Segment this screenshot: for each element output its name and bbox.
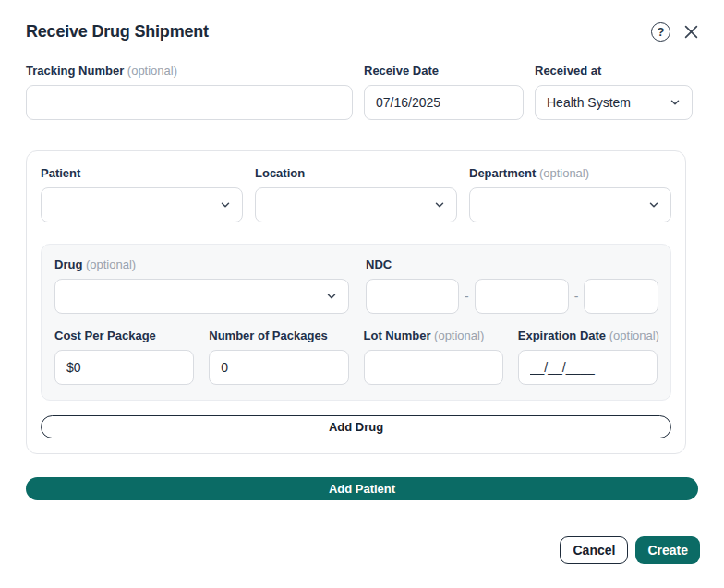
ndc-segment2-input[interactable]	[475, 279, 569, 314]
cost-per-package-input[interactable]	[54, 350, 194, 385]
number-of-packages-field-group: Number of Packages	[209, 329, 348, 385]
header-icons: ?	[651, 22, 698, 42]
expiration-date-optional: (optional)	[609, 329, 659, 342]
ndc-separator: -	[574, 289, 579, 304]
patient-field-group: Patient	[41, 166, 243, 222]
expiration-date-label: Expiration Date (optional)	[518, 329, 658, 342]
dialog-header: Receive Drug Shipment ?	[26, 22, 698, 42]
ndc-separator: -	[465, 289, 469, 304]
chevron-down-icon	[220, 199, 231, 210]
chevron-down-icon	[326, 291, 337, 302]
ndc-field-group: NDC - -	[366, 258, 658, 314]
received-at-label: Received at	[535, 64, 693, 78]
lot-number-optional: (optional)	[434, 329, 484, 342]
help-glyph: ?	[651, 22, 670, 42]
chevron-down-icon	[648, 199, 659, 210]
lot-number-label: Lot Number (optional)	[364, 329, 503, 342]
tracking-number-input[interactable]	[26, 85, 353, 120]
department-field-group: Department (optional)	[469, 166, 671, 222]
department-select[interactable]	[469, 187, 671, 222]
receive-date-field-group: Receive Date	[364, 64, 524, 120]
patient-location-row: Patient Location	[41, 166, 671, 222]
create-button[interactable]: Create	[635, 536, 700, 564]
cost-row: Cost Per Package Number of Packages Lot …	[54, 329, 658, 385]
tracking-number-optional: (optional)	[127, 64, 177, 78]
dialog-footer: Cancel Create	[560, 536, 700, 564]
add-drug-button[interactable]: Add Drug	[41, 415, 671, 438]
ndc-inputs: - -	[366, 279, 658, 314]
expiration-date-field-group: Expiration Date (optional)	[518, 329, 658, 385]
receive-drug-shipment-dialog: Receive Drug Shipment ? Tracking Number …	[0, 0, 724, 588]
patient-label: Patient	[41, 166, 243, 180]
location-select[interactable]	[255, 187, 457, 222]
patient-card: Patient Location	[26, 150, 686, 454]
receive-date-label: Receive Date	[364, 64, 524, 78]
shipment-info-row: Tracking Number (optional) Receive Date …	[26, 64, 693, 120]
lot-number-input[interactable]	[364, 350, 503, 385]
receive-date-input[interactable]	[364, 85, 524, 120]
location-label: Location	[255, 166, 457, 180]
cost-per-package-label: Cost Per Package	[54, 329, 194, 342]
drug-label: Drug (optional)	[54, 258, 349, 271]
received-at-value: Health System	[547, 95, 631, 110]
add-patient-button[interactable]: Add Patient	[26, 477, 698, 500]
number-of-packages-input[interactable]	[209, 350, 348, 385]
tracking-number-label: Tracking Number (optional)	[26, 64, 353, 78]
expiration-date-input[interactable]	[518, 350, 658, 385]
drug-field-group: Drug (optional)	[54, 258, 349, 314]
close-x-glyph	[684, 25, 698, 39]
chevron-down-icon	[670, 97, 681, 108]
drug-select[interactable]	[54, 279, 349, 314]
close-icon[interactable]	[684, 25, 698, 39]
tracking-number-field-group: Tracking Number (optional)	[26, 64, 353, 120]
department-optional: (optional)	[539, 166, 589, 180]
lot-number-field-group: Lot Number (optional)	[364, 329, 503, 385]
ndc-segment3-input[interactable]	[584, 279, 658, 314]
drug-optional: (optional)	[86, 258, 136, 271]
department-label: Department (optional)	[469, 166, 671, 180]
help-icon[interactable]: ?	[651, 22, 670, 42]
number-of-packages-label: Number of Packages	[209, 329, 348, 342]
cancel-button[interactable]: Cancel	[560, 536, 628, 564]
received-at-field-group: Received at Health System	[535, 64, 693, 120]
ndc-segment1-input[interactable]	[366, 279, 459, 314]
cost-per-package-field-group: Cost Per Package	[54, 329, 194, 385]
ndc-label: NDC	[366, 258, 658, 271]
drug-ndc-row: Drug (optional) NDC -	[54, 258, 658, 314]
received-at-select[interactable]: Health System	[535, 85, 693, 120]
chevron-down-icon	[434, 199, 445, 210]
page-title: Receive Drug Shipment	[26, 22, 209, 42]
location-field-group: Location	[255, 166, 457, 222]
patient-select[interactable]	[41, 187, 243, 222]
drug-card: Drug (optional) NDC -	[41, 244, 671, 401]
